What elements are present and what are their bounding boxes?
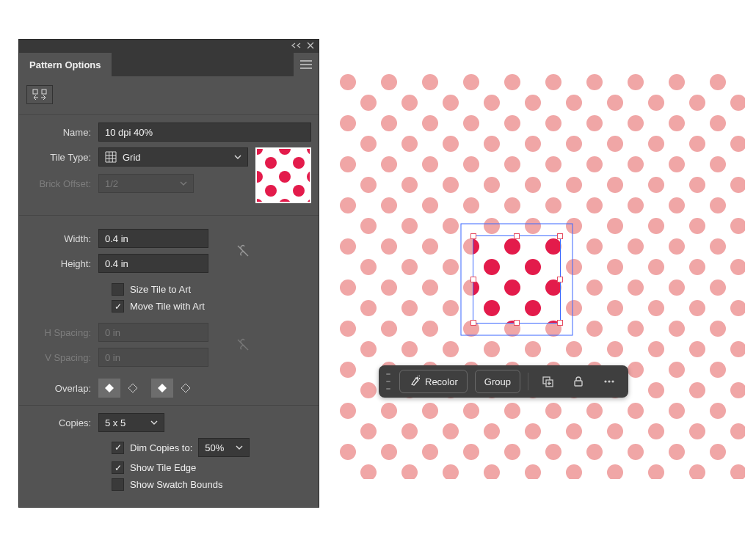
overlap-right-button[interactable] bbox=[122, 379, 144, 398]
size-tile-checkbox[interactable] bbox=[112, 283, 124, 296]
tab-pattern-options[interactable]: Pattern Options bbox=[19, 53, 112, 76]
show-tile-edge-checkbox[interactable] bbox=[112, 461, 124, 474]
group-label: Group bbox=[484, 376, 511, 387]
recolor-button[interactable]: Recolor bbox=[399, 370, 468, 393]
dim-copies-checkbox[interactable] bbox=[112, 442, 124, 454]
chevron-down-icon bbox=[236, 445, 243, 450]
grid-icon bbox=[105, 151, 117, 163]
dim-copies-label: Dim Copies to: bbox=[130, 442, 192, 453]
copies-label: Copies: bbox=[26, 417, 98, 428]
link-wh-icon[interactable] bbox=[233, 244, 252, 257]
tile-fit-button[interactable] bbox=[26, 85, 53, 104]
hamburger-icon bbox=[300, 60, 312, 69]
tile-type-select[interactable]: Grid bbox=[98, 147, 248, 167]
pattern-options-panel: Pattern Options Name: 10 dpi 40% Tile Ty… bbox=[18, 39, 319, 508]
height-input[interactable]: 0.4 in bbox=[98, 254, 208, 273]
pattern-swatch-preview bbox=[255, 147, 311, 203]
chevron-down-icon bbox=[150, 420, 158, 425]
context-toolbar[interactable]: Recolor Group bbox=[379, 365, 628, 398]
width-label: Width: bbox=[26, 233, 98, 244]
resize-handle-r[interactable] bbox=[557, 277, 563, 282]
brick-offset-select: 1/2 bbox=[98, 174, 194, 193]
name-label: Name: bbox=[26, 127, 98, 138]
resize-handle-tl[interactable] bbox=[470, 233, 476, 239]
show-tile-edge-label: Show Tile Edge bbox=[130, 462, 196, 473]
drag-grip-icon[interactable] bbox=[386, 373, 390, 390]
brick-offset-label: Brick Offset: bbox=[26, 178, 98, 189]
more-icon bbox=[603, 375, 616, 388]
panel-title: Pattern Options bbox=[29, 59, 101, 70]
move-tile-checkbox[interactable] bbox=[112, 300, 124, 313]
svg-point-22 bbox=[293, 157, 305, 169]
svg-point-21 bbox=[265, 157, 277, 169]
group-button[interactable]: Group bbox=[475, 370, 520, 393]
show-swatch-bounds-checkbox[interactable] bbox=[112, 478, 124, 491]
svg-rect-15 bbox=[33, 89, 37, 94]
diamond-icon bbox=[180, 382, 192, 394]
overlap-left-button[interactable] bbox=[98, 379, 120, 398]
resize-handle-b[interactable] bbox=[514, 320, 520, 326]
overlap-bottom-button[interactable] bbox=[175, 379, 197, 398]
link-spacing-icon bbox=[233, 338, 252, 351]
tile-type-label: Tile Type: bbox=[26, 152, 98, 163]
overlap-top-button[interactable] bbox=[151, 379, 173, 398]
svg-point-24 bbox=[279, 171, 291, 183]
v-spacing-input: 0 in bbox=[98, 348, 208, 367]
chevron-down-icon bbox=[234, 155, 241, 159]
svg-point-26 bbox=[265, 185, 277, 197]
lock-button[interactable] bbox=[567, 370, 590, 393]
lock-icon bbox=[573, 376, 584, 387]
pattern-canvas[interactable] bbox=[338, 72, 745, 479]
svg-rect-16 bbox=[42, 89, 46, 94]
h-spacing-label: H Spacing: bbox=[26, 327, 98, 338]
panel-tabs: Pattern Options bbox=[19, 53, 319, 76]
diamond-icon bbox=[103, 382, 115, 394]
collapse-icon[interactable] bbox=[291, 42, 301, 51]
svg-rect-11 bbox=[575, 381, 582, 386]
dim-copies-select[interactable]: 50% bbox=[198, 438, 250, 457]
svg-point-13 bbox=[608, 380, 610, 382]
resize-handle-t[interactable] bbox=[514, 233, 520, 239]
close-icon[interactable] bbox=[307, 42, 314, 51]
show-swatch-bounds-label: Show Swatch Bounds bbox=[130, 479, 222, 490]
resize-handle-l[interactable] bbox=[470, 277, 476, 282]
h-spacing-input: 0 in bbox=[98, 323, 208, 342]
chevron-down-icon bbox=[180, 181, 187, 186]
size-tile-label: Size Tile to Art bbox=[130, 284, 191, 295]
tile-fit-icon bbox=[32, 89, 48, 101]
overlap-group-h bbox=[98, 379, 144, 398]
panel-menu-button[interactable] bbox=[294, 53, 319, 76]
panel-topbar bbox=[19, 40, 319, 53]
svg-point-27 bbox=[293, 185, 305, 197]
diamond-icon bbox=[156, 382, 168, 394]
copies-select[interactable]: 5 x 5 bbox=[98, 413, 164, 432]
overlap-group-v bbox=[151, 379, 197, 398]
resize-handle-bl[interactable] bbox=[470, 320, 476, 326]
height-label: Height: bbox=[26, 258, 98, 269]
name-input[interactable]: 10 dpi 40% bbox=[98, 123, 311, 142]
recolor-label: Recolor bbox=[425, 376, 458, 387]
diamond-icon bbox=[127, 382, 139, 394]
width-input[interactable]: 0.4 in bbox=[98, 229, 208, 248]
separator bbox=[528, 373, 528, 390]
duplicate-button[interactable] bbox=[536, 370, 559, 393]
recolor-icon bbox=[409, 376, 421, 387]
duplicate-icon bbox=[541, 375, 554, 388]
resize-handle-tr[interactable] bbox=[557, 233, 563, 239]
overlap-label: Overlap: bbox=[26, 383, 98, 394]
tile-selection-box[interactable] bbox=[473, 236, 560, 323]
move-tile-label: Move Tile with Art bbox=[130, 301, 205, 312]
svg-point-12 bbox=[604, 380, 606, 382]
more-button[interactable] bbox=[597, 370, 621, 393]
resize-handle-br[interactable] bbox=[557, 320, 563, 326]
v-spacing-label: V Spacing: bbox=[26, 352, 98, 363]
svg-point-14 bbox=[611, 380, 614, 382]
